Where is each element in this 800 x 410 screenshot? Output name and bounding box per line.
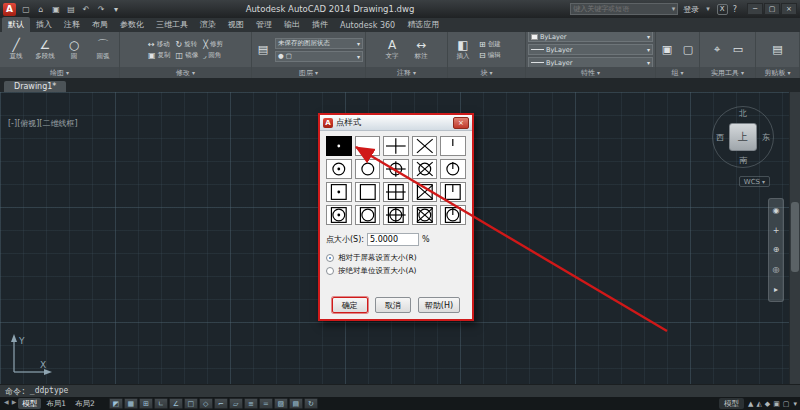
ribbon-tab-autodesk-360[interactable]: Autodesk 360 <box>334 19 401 32</box>
move-tool[interactable]: ↔移动 <box>148 40 171 49</box>
point-style-square-cross[interactable] <box>412 182 438 202</box>
open-file-icon[interactable]: ⌂ <box>35 3 47 15</box>
annotation-scale-icon[interactable]: ▲ <box>748 400 753 408</box>
new-file-icon[interactable]: ▢ <box>20 3 32 15</box>
help-icon[interactable]: ? <box>733 5 737 14</box>
workspace-switch-icon[interactable]: ◆ <box>765 400 770 408</box>
point-style-square[interactable] <box>355 182 381 202</box>
panel-label-draw[interactable]: 绘图▾ <box>0 67 119 78</box>
panel-label-layers[interactable]: 图层▾ <box>252 67 365 78</box>
viewport-controls[interactable]: [-][俯视][二维线框] <box>8 118 78 129</box>
file-tab-drawing1[interactable]: Drawing1* <box>4 81 66 92</box>
point-style-circle-dot[interactable] <box>326 159 352 179</box>
copy-tool[interactable]: ▣复制 <box>148 51 171 60</box>
layer-properties-icon[interactable]: ▤ <box>254 41 272 59</box>
layer-state-dropdown[interactable]: 未保存的图层状态▾ <box>275 38 363 49</box>
radio-relative-size[interactable]: 相对于屏幕设置大小(R) <box>326 253 466 263</box>
ribbon-tab-manage[interactable]: 管理 <box>250 17 278 32</box>
point-style-circle-square-cross[interactable] <box>412 205 438 225</box>
point-style-circle-square[interactable] <box>355 205 381 225</box>
cancel-button[interactable]: 取消 <box>375 297 411 313</box>
quick-select-tool[interactable]: ▭ <box>729 41 747 59</box>
selection-cycling-toggle[interactable]: ↻ <box>304 398 318 409</box>
point-style-circle-cross[interactable] <box>412 159 438 179</box>
layout-tab-model[interactable]: 模型 <box>18 398 41 409</box>
object-snap-toggle[interactable]: □ <box>184 398 198 409</box>
vertical-scrollbar[interactable] <box>789 92 800 384</box>
search-input[interactable] <box>571 5 669 13</box>
lock-ui-icon[interactable]: ▣ <box>773 400 780 408</box>
point-style-circle-square-tick[interactable] <box>440 205 466 225</box>
panel-label-block[interactable]: 块▾ <box>448 67 525 78</box>
viewcube-east-label[interactable]: 东 <box>762 132 770 143</box>
group-tool[interactable]: ▣ <box>658 41 676 59</box>
dynamic-ucs-toggle[interactable]: ▱ <box>229 398 243 409</box>
point-style-none[interactable] <box>355 136 381 156</box>
ribbon-tab-featured-apps[interactable]: 精选应用 <box>401 17 445 32</box>
ribbon-tab-plugins[interactable]: 插件 <box>306 17 334 32</box>
help-button[interactable]: 帮助(H) <box>418 297 460 313</box>
clean-screen-icon[interactable]: ▢ <box>783 400 790 408</box>
circle-tool[interactable]: ○圆 <box>61 38 87 61</box>
ribbon-tab-3d-tools[interactable]: 三维工具 <box>150 17 194 32</box>
polyline-tool[interactable]: ∠多段线 <box>32 38 58 61</box>
dialog-close-button[interactable]: × <box>453 117 469 129</box>
panel-label-groups[interactable]: 组▾ <box>656 67 699 78</box>
redo-icon[interactable]: ↷ <box>95 3 107 15</box>
point-style-circle-plus[interactable] <box>383 159 409 179</box>
model-space-button[interactable]: 模型 <box>719 398 744 409</box>
layout-tab-layout2[interactable]: 布局2 <box>71 398 99 409</box>
viewcube-north-label[interactable]: 北 <box>739 108 747 119</box>
maximize-button[interactable]: ▢ <box>764 3 780 15</box>
point-style-cross[interactable] <box>412 136 438 156</box>
ribbon-tab-render[interactable]: 渲染 <box>194 17 222 32</box>
minimize-button[interactable]: ─ <box>747 3 763 15</box>
ribbon-tab-view[interactable]: 视图 <box>222 17 250 32</box>
point-size-input[interactable] <box>367 233 419 246</box>
layer-dropdown[interactable]: ●▢▾ <box>275 51 363 62</box>
ortho-mode-toggle[interactable]: ∟ <box>154 398 168 409</box>
status-chevron-icon[interactable]: ▾ <box>793 400 797 408</box>
point-style-circle-square-dot[interactable] <box>326 205 352 225</box>
command-line[interactable]: 命令: _ddptype <box>0 384 800 397</box>
viewcube-west-label[interactable]: 西 <box>716 132 724 143</box>
exchange-apps-icon[interactable]: X <box>717 4 728 15</box>
text-tool[interactable]: A文字 <box>379 38 405 61</box>
ok-button[interactable]: 确定 <box>332 297 368 313</box>
ribbon-tab-annotate[interactable]: 注释 <box>58 17 86 32</box>
save-icon[interactable]: ▣ <box>50 3 62 15</box>
autocad-logo-icon[interactable]: A <box>3 3 16 16</box>
grid-display-toggle[interactable]: ⊞ <box>139 398 153 409</box>
point-style-circle[interactable] <box>355 159 381 179</box>
measure-tool[interactable]: ⌖ <box>708 41 726 59</box>
layout-nav-arrow-1[interactable]: ▶ <box>11 398 18 409</box>
fillet-tool[interactable]: ◞圆角 <box>203 51 223 60</box>
point-style-tick[interactable] <box>440 136 466 156</box>
polar-tracking-toggle[interactable]: ∠ <box>169 398 183 409</box>
point-style-plus[interactable] <box>383 136 409 156</box>
point-style-square-dot[interactable] <box>326 182 352 202</box>
object-color-dropdown[interactable]: ByLayer▾ <box>528 32 653 42</box>
search-box[interactable]: ▾ <box>570 3 678 15</box>
arc-tool[interactable]: ⌒圆弧 <box>90 38 116 61</box>
panel-label-annotation[interactable]: 注释▾ <box>366 67 447 78</box>
radio-absolute-size[interactable]: 按绝对单位设置大小(A) <box>326 266 466 276</box>
viewcube-top-face[interactable]: 上 <box>729 123 757 151</box>
object-snap-tracking-toggle[interactable]: ⌐ <box>214 398 228 409</box>
rotate-tool[interactable]: ↻旋转 <box>176 40 199 49</box>
viewcube-south-label[interactable]: 南 <box>739 155 747 166</box>
navigation-wheel-icon[interactable]: ◉ <box>773 206 780 215</box>
wcs-menu[interactable]: WCS ▾ <box>739 176 770 187</box>
create-block-tool[interactable]: ⊞创建 <box>479 40 523 49</box>
layout-nav-arrow-0[interactable]: ◀ <box>3 398 10 409</box>
search-icon[interactable]: ▾ <box>670 5 678 13</box>
annotation-visibility-icon[interactable]: ◭ <box>756 400 761 408</box>
ribbon-tab-output[interactable]: 输出 <box>278 17 306 32</box>
line-tool[interactable]: ╱直线 <box>3 38 29 61</box>
scrollbar-thumb[interactable] <box>791 202 799 272</box>
dynamic-input-toggle[interactable]: ≡ <box>244 398 258 409</box>
lineweight-toggle[interactable]: ═ <box>259 398 273 409</box>
close-button[interactable]: × <box>781 3 797 15</box>
edit-block-tool[interactable]: ⊟编辑 <box>479 51 523 60</box>
viewcube[interactable]: 北 南 西 东 上 <box>712 106 774 168</box>
